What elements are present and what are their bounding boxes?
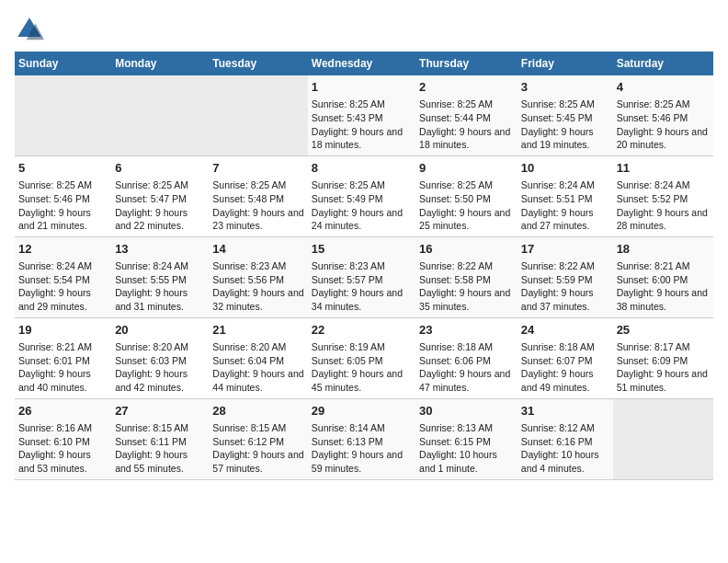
day-number: 8 [312,160,412,177]
header-tuesday: Tuesday [209,52,307,75]
calendar-table: SundayMondayTuesdayWednesdayThursdayFrid… [15,52,713,480]
day-number: 24 [521,322,609,339]
day-number: 7 [212,160,303,177]
header-saturday: Saturday [613,52,713,75]
sunset-text: Sunset: 6:16 PM [521,436,593,447]
day-number: 13 [115,241,205,258]
sunset-text: Sunset: 6:10 PM [18,436,90,447]
sunrise-text: Sunrise: 8:25 AM [212,179,286,190]
daylight-text: Daylight: 9 hours and 24 minutes. [312,207,403,232]
day-number: 28 [212,403,303,419]
empty-cell [209,75,307,155]
logo-icon [15,15,44,44]
sunrise-text: Sunrise: 8:25 AM [18,179,92,190]
day-number: 26 [18,403,108,419]
sunset-text: Sunset: 5:52 PM [617,193,688,204]
sunset-text: Sunset: 5:48 PM [212,193,284,204]
day-cell-16: 16Sunrise: 8:22 AMSunset: 5:58 PMDayligh… [415,236,518,317]
sunset-text: Sunset: 5:49 PM [312,193,383,204]
sunrise-text: Sunrise: 8:25 AM [419,98,493,109]
day-cell-2: 2Sunrise: 8:25 AMSunset: 5:44 PMDaylight… [415,75,518,155]
day-cell-6: 6Sunrise: 8:25 AMSunset: 5:47 PMDaylight… [111,155,209,236]
daylight-text: Daylight: 9 hours and 35 minutes. [419,287,510,312]
daylight-text: Daylight: 9 hours and 40 minutes. [18,368,91,393]
sunrise-text: Sunrise: 8:25 AM [312,179,385,190]
calendar-week-2: 5Sunrise: 8:25 AMSunset: 5:46 PMDaylight… [15,155,713,236]
empty-cell [111,75,209,155]
sunset-text: Sunset: 6:12 PM [212,436,284,447]
sunset-text: Sunset: 5:47 PM [115,193,187,204]
sunrise-text: Sunrise: 8:24 AM [521,179,595,190]
day-number: 16 [419,241,514,258]
daylight-text: Daylight: 9 hours and 59 minutes. [312,449,403,474]
day-cell-22: 22Sunrise: 8:19 AMSunset: 6:05 PMDayligh… [308,317,415,398]
daylight-text: Daylight: 9 hours and 18 minutes. [312,126,403,151]
daylight-text: Daylight: 9 hours and 34 minutes. [312,287,403,312]
header-monday: Monday [111,52,209,75]
day-cell-30: 30Sunrise: 8:13 AMSunset: 6:15 PMDayligh… [415,398,518,479]
daylight-text: Daylight: 9 hours and 29 minutes. [18,287,91,312]
sunset-text: Sunset: 5:46 PM [617,112,688,123]
sunset-text: Sunset: 5:54 PM [18,274,90,285]
calendar-header-row: SundayMondayTuesdayWednesdayThursdayFrid… [15,52,713,75]
sunset-text: Sunset: 5:58 PM [419,274,491,285]
day-cell-28: 28Sunrise: 8:15 AMSunset: 6:12 PMDayligh… [209,398,307,479]
day-cell-15: 15Sunrise: 8:23 AMSunset: 5:57 PMDayligh… [308,236,415,317]
page-header [15,15,713,44]
sunrise-text: Sunrise: 8:25 AM [521,98,595,109]
sunrise-text: Sunrise: 8:22 AM [419,260,493,271]
day-number: 6 [115,160,205,177]
day-cell-8: 8Sunrise: 8:25 AMSunset: 5:49 PMDaylight… [308,155,415,236]
sunrise-text: Sunrise: 8:24 AM [115,260,188,271]
sunrise-text: Sunrise: 8:12 AM [521,422,595,433]
calendar-week-4: 19Sunrise: 8:21 AMSunset: 6:01 PMDayligh… [15,317,713,398]
day-cell-24: 24Sunrise: 8:18 AMSunset: 6:07 PMDayligh… [518,317,613,398]
daylight-text: Daylight: 9 hours and 31 minutes. [115,287,188,312]
day-cell-10: 10Sunrise: 8:24 AMSunset: 5:51 PMDayligh… [518,155,613,236]
day-cell-26: 26Sunrise: 8:16 AMSunset: 6:10 PMDayligh… [15,398,111,479]
sunrise-text: Sunrise: 8:18 AM [419,341,493,352]
day-number: 30 [419,403,514,419]
daylight-text: Daylight: 9 hours and 19 minutes. [521,126,594,151]
sunrise-text: Sunrise: 8:21 AM [617,260,690,271]
day-number: 3 [521,79,609,96]
day-cell-27: 27Sunrise: 8:15 AMSunset: 6:11 PMDayligh… [111,398,209,479]
sunrise-text: Sunrise: 8:25 AM [312,98,385,109]
day-number: 27 [115,403,205,419]
header-friday: Friday [518,52,613,75]
day-cell-3: 3Sunrise: 8:25 AMSunset: 5:45 PMDaylight… [518,75,613,155]
sunrise-text: Sunrise: 8:24 AM [617,179,690,190]
daylight-text: Daylight: 9 hours and 23 minutes. [212,207,303,232]
sunset-text: Sunset: 6:15 PM [419,436,491,447]
sunset-text: Sunset: 6:11 PM [115,436,187,447]
day-cell-13: 13Sunrise: 8:24 AMSunset: 5:55 PMDayligh… [111,236,209,317]
daylight-text: Daylight: 9 hours and 53 minutes. [18,449,91,474]
calendar-week-5: 26Sunrise: 8:16 AMSunset: 6:10 PMDayligh… [15,398,713,479]
sunset-text: Sunset: 6:06 PM [419,355,491,366]
sunrise-text: Sunrise: 8:25 AM [617,98,690,109]
day-cell-25: 25Sunrise: 8:17 AMSunset: 6:09 PMDayligh… [613,317,713,398]
sunset-text: Sunset: 6:13 PM [312,436,383,447]
daylight-text: Daylight: 10 hours and 4 minutes. [521,449,599,474]
sunrise-text: Sunrise: 8:21 AM [18,341,92,352]
day-cell-20: 20Sunrise: 8:20 AMSunset: 6:03 PMDayligh… [111,317,209,398]
day-cell-4: 4Sunrise: 8:25 AMSunset: 5:46 PMDaylight… [613,75,713,155]
sunrise-text: Sunrise: 8:23 AM [212,260,286,271]
day-number: 4 [617,79,710,96]
sunset-text: Sunset: 5:44 PM [419,112,491,123]
header-sunday: Sunday [15,52,111,75]
sunrise-text: Sunrise: 8:20 AM [212,341,286,352]
day-number: 17 [521,241,609,258]
daylight-text: Daylight: 9 hours and 42 minutes. [115,368,188,393]
sunset-text: Sunset: 5:59 PM [521,274,593,285]
day-cell-29: 29Sunrise: 8:14 AMSunset: 6:13 PMDayligh… [308,398,415,479]
day-number: 11 [617,160,710,177]
day-cell-5: 5Sunrise: 8:25 AMSunset: 5:46 PMDaylight… [15,155,111,236]
sunrise-text: Sunrise: 8:18 AM [521,341,595,352]
daylight-text: Daylight: 9 hours and 25 minutes. [419,207,510,232]
day-number: 12 [18,241,108,258]
sunset-text: Sunset: 5:43 PM [312,112,383,123]
day-number: 23 [419,322,514,339]
daylight-text: Daylight: 10 hours and 1 minute. [419,449,497,474]
sunrise-text: Sunrise: 8:20 AM [115,341,188,352]
